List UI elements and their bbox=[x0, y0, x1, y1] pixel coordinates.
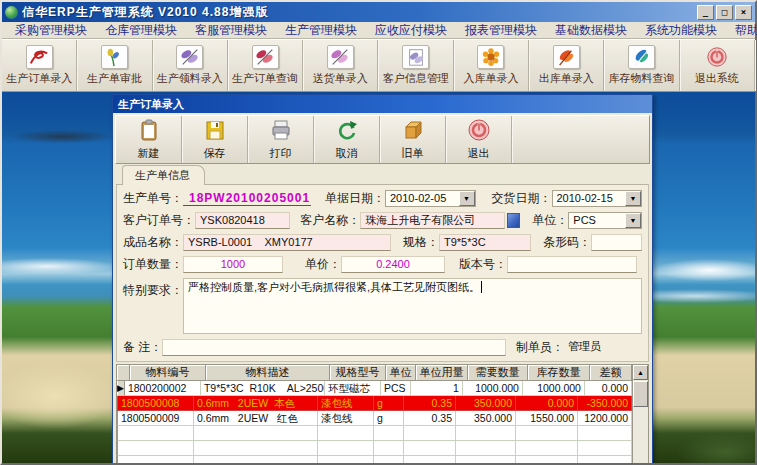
production-order-query-button[interactable]: 生产订单查询 bbox=[228, 40, 303, 91]
outbound-entry-button[interactable]: 出库单录入 bbox=[529, 40, 604, 91]
cancel-button[interactable]: 取消 bbox=[314, 116, 380, 163]
box-icon bbox=[401, 118, 425, 145]
floppy-disk-icon bbox=[203, 118, 227, 145]
order-form: 生产单号： 18PW20100205001 单据日期： 2010-02-05 ▼… bbox=[116, 185, 649, 362]
power-icon bbox=[703, 45, 730, 69]
desktop-wallpaper: 生产订单录入 新建 保存 bbox=[2, 92, 755, 463]
old-order-button[interactable]: 旧单 bbox=[380, 116, 446, 163]
title-bar: 信华ERP生产管理系统 V2010 4.88增强版 _ □ × bbox=[2, 2, 755, 22]
crimson-butterfly-icon bbox=[252, 45, 279, 69]
customer-name-label: 客户名称： bbox=[300, 212, 360, 229]
production-order-entry-button[interactable]: 生产订单录入 bbox=[2, 40, 77, 91]
delivery-date-label: 交货日期： bbox=[492, 190, 552, 207]
exit-system-button[interactable]: 退出系统 bbox=[680, 40, 755, 91]
scroll-up-icon[interactable]: ▲ bbox=[633, 365, 648, 380]
doc-date-label: 单据日期： bbox=[325, 190, 385, 207]
spec-label: 规格： bbox=[403, 234, 439, 251]
maker-label: 制单员： bbox=[516, 339, 564, 356]
col-material-no[interactable]: 物料编号 bbox=[130, 365, 206, 381]
customer-order-no-field[interactable]: YSK0820418 bbox=[195, 212, 290, 229]
version-field[interactable] bbox=[507, 256, 637, 273]
exit-button[interactable]: 退出 bbox=[446, 116, 512, 163]
form-window-title: 生产订单录入 bbox=[113, 95, 652, 113]
app-window: 信华ERP生产管理系统 V2010 4.88增强版 _ □ × 采购管理模块 仓… bbox=[0, 0, 757, 465]
col-unit[interactable]: 单位 bbox=[386, 365, 416, 381]
power-icon bbox=[467, 118, 491, 145]
col-spec-model[interactable]: 规格型号 bbox=[330, 365, 386, 381]
maker-value: 管理员 bbox=[564, 339, 642, 356]
new-button[interactable]: 新建 bbox=[116, 116, 182, 163]
maximize-button[interactable]: □ bbox=[716, 5, 733, 20]
menu-production[interactable]: 生产管理模块 bbox=[276, 21, 366, 40]
printer-icon bbox=[269, 118, 293, 145]
menu-payables[interactable]: 应收应付模块 bbox=[366, 21, 456, 40]
delivery-date-select[interactable]: 2010-02-15 ▼ bbox=[552, 190, 643, 207]
col-required-qty[interactable]: 需要数量 bbox=[468, 365, 528, 381]
clipboard-icon bbox=[137, 118, 161, 145]
green-refresh-icon bbox=[335, 118, 359, 145]
col-unit-usage[interactable]: 单位用量 bbox=[416, 365, 468, 381]
inbound-entry-button[interactable]: 入库单录入 bbox=[454, 40, 529, 91]
version-label: 版本号： bbox=[459, 256, 507, 273]
doc-date-select[interactable]: 2010-02-05 ▼ bbox=[385, 190, 476, 207]
red-leaf-icon bbox=[553, 45, 580, 69]
form-toolbar: 新建 保存 打印 取消 bbox=[115, 115, 650, 164]
print-button[interactable]: 打印 bbox=[248, 116, 314, 163]
menu-customer-service[interactable]: 客服管理模块 bbox=[186, 21, 276, 40]
save-button[interactable]: 保存 bbox=[182, 116, 248, 163]
empty-row-proto bbox=[117, 456, 632, 463]
product-name-label: 成品名称： bbox=[123, 234, 183, 251]
col-stock-qty[interactable]: 库存数量 bbox=[528, 365, 590, 381]
remark-label: 备 注： bbox=[123, 339, 162, 356]
order-no-value: 18PW20100205001 bbox=[183, 191, 311, 206]
col-material-desc[interactable]: 物料描述 bbox=[206, 365, 330, 381]
col-difference[interactable]: 差额 bbox=[590, 365, 632, 381]
red-ribbon-icon bbox=[26, 45, 53, 69]
menu-system[interactable]: 系统功能模块 bbox=[636, 21, 726, 40]
barcode-label: 条形码： bbox=[543, 234, 591, 251]
gray-butterfly-page-icon bbox=[402, 45, 429, 69]
material-issue-entry-button[interactable]: 生产领料录入 bbox=[153, 40, 228, 91]
table-header-row: 物料编号 物料描述 规格型号 单位 单位用量 需要数量 库存数量 差额 bbox=[117, 365, 632, 381]
app-logo-icon bbox=[5, 6, 18, 19]
menu-reports[interactable]: 报表管理模块 bbox=[456, 21, 546, 40]
blue-feather-icon bbox=[628, 45, 655, 69]
scrollbar-thumb[interactable] bbox=[633, 381, 648, 407]
menu-base-data[interactable]: 基础数据模块 bbox=[546, 21, 636, 40]
delivery-note-entry-button[interactable]: 送货单录入 bbox=[303, 40, 378, 91]
special-req-textarea[interactable]: 严格控制质量,客户对小毛病抓得很紧,具体工艺见附页图纸。 bbox=[183, 278, 642, 334]
order-qty-field[interactable]: 1000 bbox=[183, 256, 283, 273]
empty-row-proto bbox=[117, 441, 632, 456]
unit-select[interactable]: PCS ▼ bbox=[568, 212, 642, 229]
unit-label: 单位： bbox=[532, 212, 568, 229]
table-scrollbar[interactable]: ▲ bbox=[632, 365, 648, 463]
table-row[interactable]: 1800500009 0.6mm 2UEW 红色 漆包线 g 0.35 350.… bbox=[117, 411, 632, 426]
tab-strip: 生产单信息 bbox=[116, 166, 649, 185]
customer-info-button[interactable]: 客户信息管理 bbox=[378, 40, 453, 91]
table-row-shortage[interactable]: 1800500008 0.6mm 2UEW 本色 漆包线 g 0.35 350.… bbox=[117, 396, 632, 411]
customer-name-field[interactable]: 珠海上升电子有限公司 bbox=[360, 212, 505, 229]
menu-purchase[interactable]: 采购管理模块 bbox=[6, 21, 96, 40]
spec-field[interactable]: T9*5*3C bbox=[439, 234, 531, 251]
customer-lookup-button[interactable] bbox=[507, 213, 520, 228]
customer-order-no-label: 客户订单号： bbox=[123, 212, 195, 229]
minimize-button[interactable]: _ bbox=[697, 5, 714, 20]
menu-warehouse[interactable]: 仓库管理模块 bbox=[96, 21, 186, 40]
inventory-query-button[interactable]: 库存物料查询 bbox=[604, 40, 679, 91]
materials-table: 物料编号 物料描述 规格型号 单位 单位用量 需要数量 库存数量 差额 ▶ 18… bbox=[116, 364, 649, 463]
menu-bar: 采购管理模块 仓库管理模块 客服管理模块 生产管理模块 应收应付模块 报表管理模… bbox=[2, 22, 755, 39]
table-row[interactable]: ▶ 1800200002 T9*5*3C R10K AL>2500nH 环型磁芯… bbox=[117, 381, 632, 396]
unit-price-field[interactable]: 0.2400 bbox=[341, 256, 445, 273]
chevron-down-icon[interactable]: ▼ bbox=[625, 191, 641, 206]
production-approve-button[interactable]: 生产单审批 bbox=[77, 40, 152, 91]
close-button[interactable]: × bbox=[735, 5, 752, 20]
main-toolbar: 生产订单录入 生产单审批 生产领料录入 生产订单查询 送货单录入 bbox=[2, 39, 755, 92]
order-qty-label: 订单数量： bbox=[123, 256, 183, 273]
chevron-down-icon[interactable]: ▼ bbox=[459, 191, 475, 206]
menu-help[interactable]: 帮助 bbox=[726, 21, 757, 40]
remark-field[interactable] bbox=[162, 339, 506, 356]
product-name-field[interactable]: YSRB-L0001 XMY0177 bbox=[183, 234, 391, 251]
barcode-field[interactable] bbox=[591, 234, 642, 251]
tab-production-info[interactable]: 生产单信息 bbox=[122, 165, 205, 185]
chevron-down-icon[interactable]: ▼ bbox=[625, 213, 641, 228]
